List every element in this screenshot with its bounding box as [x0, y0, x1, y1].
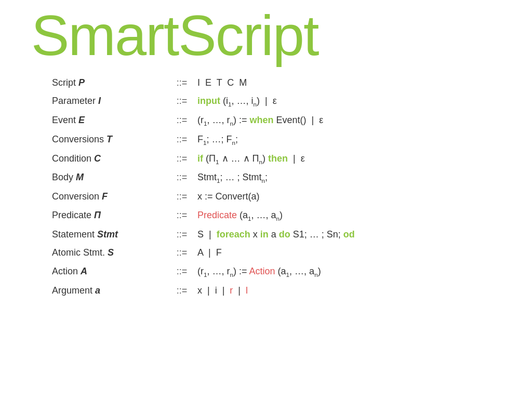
grammar-row-assign-4: ::=	[166, 151, 197, 168]
grammar-row-label-3: Conversions T	[52, 131, 166, 149]
grammar-row-assign-6: ::=	[166, 189, 197, 205]
grammar-row-assign-0: ::=	[166, 75, 197, 91]
grammar-row-assign-11: ::=	[166, 283, 197, 299]
grammar-row-expr-3: F1; …; Fn;	[197, 131, 501, 149]
grammar-row-label-0: Script P	[52, 75, 166, 91]
grammar-row-assign-2: ::=	[166, 112, 197, 129]
grammar-row-label-9: Atomic Stmt. S	[52, 245, 166, 261]
grammar-row-expr-1: input (i1, …, in) | ε	[197, 93, 501, 110]
grammar-row-label-2: Event E	[52, 112, 166, 129]
grammar-row-expr-5: Stmt1; … ; Stmtn;	[197, 169, 501, 187]
grammar-row-expr-8: S | foreach x in a do S1; … ; Sn; od	[197, 227, 501, 243]
grammar-row-expr-2: (r1, …, rn) := when Event() | ε	[197, 112, 501, 129]
grammar-row-label-6: Conversion F	[52, 189, 166, 205]
grammar-row-label-5: Body M	[52, 169, 166, 187]
grammar-row-expr-9: A | F	[197, 245, 501, 261]
grammar-row-label-4: Condition C	[52, 151, 166, 168]
grammar-row-assign-7: ::=	[166, 207, 197, 224]
grammar-row-assign-3: ::=	[166, 131, 197, 149]
grammar-row-label-11: Argument a	[52, 283, 166, 299]
grammar-row-expr-10: (r1, …, rn) := Action (a1, …, an)	[197, 263, 501, 281]
grammar-row-label-8: Statement Stmt	[52, 227, 166, 243]
grammar-row-expr-11: x | i | r | l	[197, 283, 501, 299]
grammar-row-label-7: Predicate Π	[52, 207, 166, 224]
grammar-row-assign-10: ::=	[166, 263, 197, 281]
grammar-row-expr-6: x := Convert(a)	[197, 189, 501, 205]
grammar-row-label-1: Parameter I	[52, 93, 166, 110]
grammar-row-label-10: Action A	[52, 263, 166, 281]
grammar-row-expr-4: if (Π1 ∧ … ∧ Πn) then | ε	[197, 151, 501, 168]
grammar-row-assign-8: ::=	[166, 227, 197, 243]
grammar-row-assign-5: ::=	[166, 169, 197, 187]
grammar-row-assign-1: ::=	[166, 93, 197, 110]
title: SmartScript	[0, 0, 532, 65]
grammar-table: Script P::=I E T C MParameter I::=input …	[52, 75, 501, 299]
grammar-row-assign-9: ::=	[166, 245, 197, 261]
grammar-row-expr-0: I E T C M	[197, 75, 501, 91]
grammar-row-expr-7: Predicate (a1, …, an)	[197, 207, 501, 224]
